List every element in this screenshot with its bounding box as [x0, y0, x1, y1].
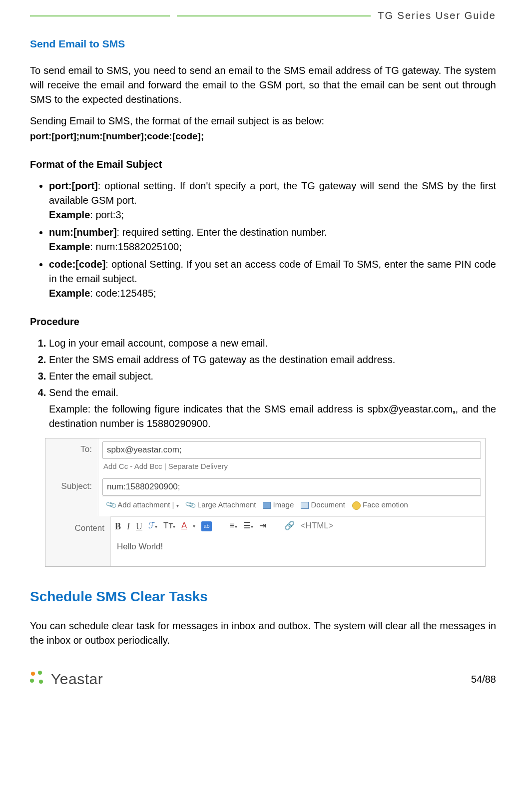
to-label: To: — [45, 438, 98, 475]
email-body[interactable]: Hello World! — [111, 536, 485, 566]
image-button[interactable]: Image — [273, 500, 294, 509]
document-button[interactable]: Document — [311, 500, 345, 509]
doc-title: TG Series User Guide — [378, 10, 496, 21]
step-1: Log in your email account, compose a new… — [49, 336, 496, 351]
paperclip-icon: 📎 — [183, 498, 197, 512]
bullet-num-example-label: Example — [49, 241, 90, 252]
bullet-port-example-val: : port:3; — [90, 209, 124, 220]
page-footer: Yeastar 54/88 — [30, 668, 496, 688]
font-color-button[interactable]: A — [181, 520, 187, 532]
step-2: Enter the SMS email address of TG gatewa… — [49, 353, 496, 367]
bullet-port: port:[port]: optional setting. If don't … — [49, 179, 496, 222]
procedure-list: Log in your email account, compose a new… — [30, 336, 496, 431]
image-icon — [263, 502, 271, 509]
subject-format-list: port:[port]: optional setting. If don't … — [30, 179, 496, 301]
bullet-code-example-label: Example — [49, 288, 90, 299]
subject-format-heading: Format of the Email Subject — [30, 157, 496, 172]
dropdown-icon[interactable]: ▾ — [176, 503, 179, 508]
intro-paragraph: To send email to SMS, you need to send a… — [30, 63, 496, 107]
link-icon[interactable]: 🔗 — [284, 520, 295, 532]
section-heading-send-email-to-sms: Send Email to SMS — [30, 36, 496, 51]
header-rule-left — [30, 15, 170, 16]
indent-button[interactable]: ⇥ — [259, 520, 266, 532]
brand-logo: Yeastar — [30, 671, 103, 688]
bullet-num-desc: : required setting. Enter the destinatio… — [117, 227, 327, 238]
large-attachment-button[interactable]: Large Attachment — [197, 500, 256, 509]
bullet-code-example-val: : code:125485; — [90, 288, 156, 299]
highlight-button[interactable]: ab — [201, 521, 211, 531]
face-emotion-button[interactable]: Face emotion — [363, 500, 408, 509]
step-4-text: Send the email. — [49, 387, 118, 398]
section-heading-schedule-sms-clear: Schedule SMS Clear Tasks — [30, 587, 496, 607]
bullet-num-example-val: : num:15882025100; — [90, 241, 182, 252]
step-4: Send the email. Example: the following f… — [49, 386, 496, 431]
face-emotion-icon — [352, 501, 361, 510]
add-attachment-button[interactable]: Add attachment | — [117, 500, 174, 509]
to-field[interactable]: spbx@yeastar.com; — [102, 441, 481, 459]
step-2-text: Enter the SMS email address of TG gatewa… — [49, 354, 395, 365]
header-rule: TG Series User Guide — [30, 10, 496, 21]
bullet-port-example-label: Example — [49, 209, 90, 220]
page-number: 54/88 — [471, 674, 496, 685]
schedule-paragraph: You can schedule clear task for messages… — [30, 619, 496, 648]
document-icon — [301, 502, 309, 509]
bullet-num-key: num:[number] — [49, 227, 117, 238]
list-button[interactable]: ☰▾ — [243, 520, 253, 532]
format-toolbar: B I U ℱ▾ TT▾ A▾ ab ≡▾ ☰▾ ⇥ 🔗 <HTML> — [111, 516, 485, 536]
procedure-heading: Procedure — [30, 315, 496, 329]
subject-field[interactable]: num:15880290900; — [102, 478, 481, 496]
font-size-button[interactable]: TT▾ — [163, 520, 175, 532]
bullet-num: num:[number]: required setting. Enter th… — [49, 225, 496, 254]
attachment-toolbar: 📎 Add attachment | ▾ 📎 Large Attachment … — [102, 496, 481, 513]
step-3-text: Enter the email subject. — [49, 371, 153, 382]
email-compose-figure: To: spbx@yeastar.com; Add Cc - Add Bcc |… — [45, 438, 486, 567]
italic-button[interactable]: I — [127, 520, 130, 533]
subject-label: Subject: — [45, 475, 98, 516]
header-rule-mid — [177, 15, 371, 16]
bullet-port-key: port:[port] — [49, 180, 98, 191]
underline-button[interactable]: U — [136, 520, 142, 533]
format-lead: Sending Email to SMS, the format of the … — [30, 114, 496, 128]
logo-icon — [30, 671, 47, 688]
bullet-code-key: code:[code] — [49, 259, 105, 270]
example-note-a: Example: the following figure indicates … — [49, 404, 453, 414]
step-1-text: Log in your email account, compose a new… — [49, 338, 268, 349]
align-button[interactable]: ≡▾ — [230, 520, 237, 532]
step-3: Enter the email subject. — [49, 369, 496, 384]
bullet-code: code:[code]: optional Setting. If you se… — [49, 257, 496, 301]
format-code: port:[port];num:[number];code:[code]; — [30, 129, 496, 143]
content-label: Content — [45, 516, 111, 566]
cc-bcc-line[interactable]: Add Cc - Add Bcc | Separate Delivery — [102, 459, 481, 473]
bullet-code-desc: : optional Setting. If you set an access… — [49, 259, 496, 284]
paperclip-icon: 📎 — [104, 498, 118, 512]
bold-button[interactable]: B — [115, 520, 121, 533]
brand-name: Yeastar — [51, 671, 103, 688]
html-button[interactable]: <HTML> — [301, 520, 334, 532]
bullet-port-desc: : optional setting. If don't specify a p… — [49, 180, 496, 206]
font-style-button[interactable]: ℱ▾ — [148, 520, 157, 532]
